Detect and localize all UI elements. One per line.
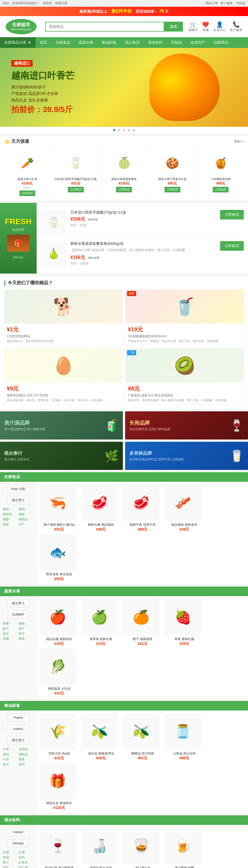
fresh-product-4[interactable]: 🐟 野生海鱼 鲜活直送 ¥58元	[39, 534, 79, 582]
grains-product-0[interactable]: 🌾 优质大米 5kg装 ¥32元	[39, 713, 79, 761]
alcohol-link-1[interactable]: 红酒	[19, 850, 34, 855]
grains-product-4[interactable]: 🎁 精装礼盒 粮油组合 ¥120元	[39, 763, 79, 810]
veg-product-2[interactable]: 🍊 橙子 赣南脐橙 ¥22元	[123, 599, 162, 646]
mobile-link[interactable]: 手机版	[236, 1, 245, 5]
grains-link-1[interactable]: 食用油	[19, 747, 34, 751]
veg-brand-logo-0[interactable]: 鲜之尊·5	[7, 599, 30, 608]
logo[interactable]: 生鲜超市 www.ocailong.com	[6, 19, 39, 34]
veg-link-0[interactable]: 苹果	[3, 621, 18, 626]
veg-brand-logo-1[interactable]: SUMMIT	[7, 610, 30, 619]
alcohol-product-2[interactable]: 🥃 进口威士忌 ¥350元	[123, 828, 162, 868]
veg-link-6[interactable]: 草莓	[3, 637, 18, 641]
grains-link-5[interactable]: 零食	[19, 757, 34, 762]
my-orders-link[interactable]: 我的订单	[206, 1, 218, 5]
brand-banner-wine[interactable]: 长裕品牌 张裕品牌特卖 品酒大师的选择 🍷	[125, 411, 248, 439]
veg-link-4[interactable]: 西瓜	[3, 632, 18, 636]
veg-link-5[interactable]: 桃子	[19, 632, 34, 636]
fresh-food-brand-logo-1[interactable]: 鲜之尊·5	[7, 496, 30, 504]
dot-4[interactable]	[128, 129, 130, 131]
brand-banner-spring[interactable]: 燕台春行 燕台春行 品质好礼 🌿	[0, 442, 123, 470]
new-product-row-0[interactable]: 🥛 日本进口西班牙瑞颖270g/盒×12盒 ¥108元 ¥256元 库存：525…	[41, 207, 244, 238]
nav-specialty[interactable]: 名优特产	[186, 37, 209, 48]
alcohol-product-0[interactable]: 🍷 精品红酒 进口葡萄酒 ¥128元	[39, 828, 79, 868]
service-button[interactable]: 📞 客户服务	[230, 21, 242, 32]
nav-brands[interactable]: 品牌商品	[209, 37, 232, 48]
dot-1[interactable]	[113, 129, 115, 131]
search-input[interactable]	[45, 22, 164, 32]
dot-2[interactable]	[118, 129, 120, 131]
grains-link-2[interactable]: 面粉	[3, 752, 18, 756]
grains-product-2[interactable]: 🫒 橄榄油 进口特级 ¥65元	[123, 713, 162, 761]
login-link[interactable]: 请登录	[43, 1, 52, 5]
register-link[interactable]: 免费注册	[55, 1, 67, 5]
hero-banner[interactable]: 越南进口 越南进口叶香芒 累计热销60000多斤 产地直供 高品质3年才挂果 精…	[0, 48, 248, 127]
brand-banner-juicy[interactable]: 美汁源品牌 美汁源品牌特卖 果汁健康专家 🧃	[0, 411, 123, 439]
alcohol-link-5[interactable]: 矿泉水	[19, 860, 34, 865]
tianjia-item-1[interactable]: 🥛 日本进口西班牙瑞颖270g/盒×12盒 ¥32元 立即购买	[53, 147, 99, 198]
favorite-button[interactable]: ❤️ 收藏	[202, 21, 209, 32]
nav-vegetables[interactable]: 蔬菜水果	[74, 37, 97, 48]
veg-link-7[interactable]: 香蕉	[19, 637, 34, 641]
veg-product-1[interactable]: 🍏 青苹果 新鲜水果 ¥15元	[81, 599, 121, 646]
tianjia-buy-3[interactable]: 立即购买	[164, 187, 180, 192]
daily-special-more[interactable]: 更多>>	[234, 140, 244, 144]
nav-alcohol[interactable]: 酒水饮料	[144, 37, 167, 48]
activity-card-0[interactable]: 🐕 ¥1元 1元优享优选商品 每次限购1次，更多优惠商品等你来抢	[4, 289, 123, 346]
fresh-food-brand-logo-0[interactable]: Kwei 大厨	[7, 485, 30, 493]
tianjia-buy-2[interactable]: 立即购买	[116, 187, 132, 192]
tianjia-buy-4[interactable]: 立即购买	[213, 187, 228, 192]
tianjia-buy-1[interactable]: 立即购买	[68, 187, 84, 192]
veg-product-0[interactable]: 🍎 精品石榴 新鲜软籽 ¥28元	[39, 599, 79, 646]
promo-banner[interactable]: 购买满2件或以上 第2件半价 距活动结束： 79 天	[0, 7, 248, 16]
fresh-link-6[interactable]: 蔬菜	[3, 522, 18, 527]
tianjia-item-4[interactable]: 🍯 小米稀饭养生粥 ¥99元 立即购买	[198, 147, 244, 198]
category-dropdown[interactable]: 全部商品分类 ▼	[0, 37, 35, 48]
nav-grains[interactable]: 粮油副食	[97, 37, 121, 48]
activity-card-2[interactable]: 🥚 ¥9元 放肆买鸡蛋15-10元 3个手鸡蛋 精品农家鸡蛋，纯天然，营养丰富，…	[4, 348, 123, 405]
activity-card-3[interactable]: 🥝 厂家 ¥8元 厂家直供 蔬菜 白心苦瓜优选商品 精品水果，天然绿色新鲜，家人…	[125, 348, 244, 405]
alcohol-link-3[interactable]: 饮料	[19, 855, 34, 860]
grains-brand-logo-1[interactable]: Instinct	[7, 724, 30, 733]
grains-link-3[interactable]: 调味品	[19, 752, 34, 756]
new-product-row-1[interactable]: 🍐 新鲜水果蔬菜套餐装每份600g/份 【新鲜好口感】精品水果，天然绿色新鲜，家…	[41, 238, 244, 269]
alcohol-link-6[interactable]: 茶饮	[3, 865, 18, 868]
tianjia-item-3[interactable]: 🍪 韩米小饼干零食大礼盒 ¥60元 立即购买	[149, 147, 195, 198]
fresh-product-3[interactable]: 🥓 精品猪肉 新鲜直供 ¥38元	[164, 485, 204, 532]
tianjia-item-0[interactable]: 🥕 蔬菜水果大礼包 ¥108元 ¥256元 立即购买	[4, 147, 51, 198]
cart-button[interactable]: 🛒 购物车	[189, 21, 198, 32]
new-product-buy-1[interactable]: 立即购买	[220, 241, 244, 251]
dot-3[interactable]	[123, 129, 125, 131]
alcohol-link-4[interactable]: 果汁	[3, 860, 18, 865]
nav-dairy[interactable]: 乳制品	[167, 37, 186, 48]
alcohol-link-7[interactable]: 进口酒	[19, 865, 34, 868]
veg-product-4[interactable]: 🥬 有机蔬菜 大礼包 ¥45元	[39, 649, 79, 696]
fresh-product-2[interactable]: 🥩 新鲜牛肉 优质牛排 ¥88元	[123, 485, 162, 532]
grains-link-4[interactable]: 干货	[3, 757, 18, 762]
alcohol-link-0[interactable]: 白酒	[3, 850, 18, 855]
nav-home[interactable]: 首页	[35, 37, 51, 48]
veg-link-3[interactable]: 橙子	[19, 626, 34, 631]
fresh-link-2[interactable]: 腊排骨	[3, 512, 18, 517]
search-button[interactable]: 搜索	[164, 22, 183, 32]
alcohol-brand-logo-1[interactable]: NaVitas	[7, 839, 30, 847]
veg-link-2[interactable]: 梨子	[3, 626, 18, 631]
fresh-link-1[interactable]: 腊鸡	[19, 507, 34, 512]
customer-service-link[interactable]: 客户服务	[221, 1, 233, 5]
fresh-link-5[interactable]: 肉制品	[19, 517, 34, 522]
fresh-product-1[interactable]: 🥩 新鲜火腿 精品猪肉 ¥48元	[81, 485, 121, 532]
user-button[interactable]: 👤 会员中心	[213, 21, 226, 32]
fresh-link-7[interactable]: 水产	[19, 522, 34, 527]
grains-link-7[interactable]: 饮料	[19, 762, 34, 767]
grains-brand-logo-2[interactable]: 鲜之尊·5	[7, 736, 30, 744]
alcohol-link-2[interactable]: 啤酒	[3, 855, 18, 860]
dot-5[interactable]	[133, 129, 135, 131]
alcohol-product-1[interactable]: 🍶 高端白酒 礼盒装 ¥288元	[81, 828, 121, 868]
fresh-link-3[interactable]: 腊鱼	[19, 512, 34, 517]
fresh-product-0[interactable]: 🦐 鲜汁海胆 醋虾仁酱50g ¥25元	[39, 485, 79, 532]
activity-card-1[interactable]: 🥤 新鲜 ¥19元 5元就换最超值饮品500ml×6 产品由专业生产厂家提供，纯…	[125, 289, 244, 346]
tianjia-item-2[interactable]: 🍈 新鲜水果蔬菜套餐装 ¥156元 立即购买	[101, 147, 147, 198]
veg-product-3[interactable]: 🍓 草莓 新鲜红颜 ¥35元	[164, 599, 204, 646]
alcohol-brand-logo-0[interactable]: Instinct	[7, 828, 30, 836]
grains-link-0[interactable]: 大米	[3, 747, 18, 751]
new-product-buy-0[interactable]: 立即购买	[220, 210, 244, 219]
